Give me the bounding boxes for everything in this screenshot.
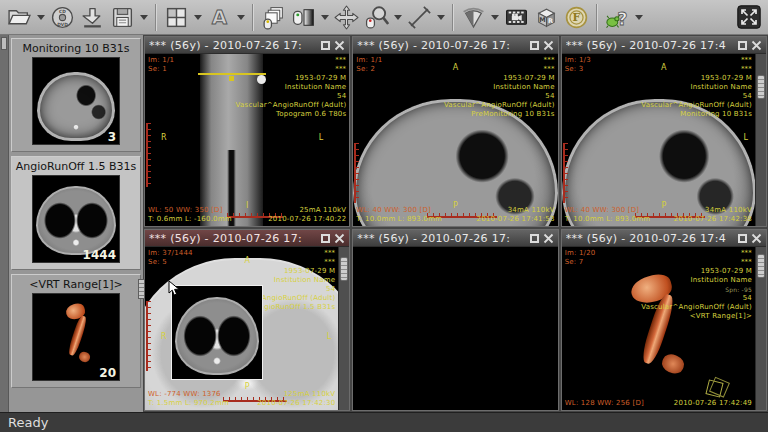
import-icon xyxy=(80,5,105,30)
window-level-button[interactable] xyxy=(289,3,317,32)
save-button[interactable] xyxy=(108,3,136,32)
scrollbar-handle[interactable] xyxy=(757,254,765,278)
distance-measure-icon xyxy=(407,5,432,30)
open-button[interactable] xyxy=(5,3,33,32)
image-number-overlay: Im: 1/1Se: 2 xyxy=(356,56,382,74)
orientation-bottom: P xyxy=(245,382,250,391)
svg-text:DVD: DVD xyxy=(57,22,68,27)
svg-text:?: ? xyxy=(617,8,627,28)
patient-info-overlay: ****** 1953-07-29 MInstitution Name Spn:… xyxy=(641,249,752,321)
series-thumbnail-image[interactable]: 20 xyxy=(32,293,120,381)
exposure-overlay: 34mA 110kV2010-07-26 17:41:53 xyxy=(477,206,555,224)
help-button[interactable]: ? xyxy=(603,3,631,32)
maximize-icon[interactable] xyxy=(738,41,747,50)
series-thumbnail-vrt[interactable]: <VRT Range[1]> 20 xyxy=(11,274,141,388)
close-icon[interactable] xyxy=(334,40,345,51)
import-button[interactable] xyxy=(78,3,106,32)
distance-dropdown[interactable] xyxy=(435,3,446,32)
navigator-collapse-button[interactable] xyxy=(1,37,7,50)
image-scrollbar[interactable] xyxy=(755,54,766,226)
open-dropdown[interactable] xyxy=(35,3,46,32)
fullscreen-button[interactable] xyxy=(735,3,763,32)
close-icon[interactable] xyxy=(334,233,345,244)
series-thumbnail-monitoring[interactable]: Monitoring 10 B31s 3 xyxy=(11,38,141,152)
layout-button[interactable] xyxy=(162,3,190,32)
scrollbar-handle[interactable] xyxy=(757,75,765,99)
window-level-icon xyxy=(291,5,316,30)
series-thumbnail-image[interactable]: 1444 xyxy=(32,175,120,263)
layout-dropdown[interactable] xyxy=(192,3,203,32)
close-icon[interactable] xyxy=(543,233,554,244)
distance-button[interactable] xyxy=(405,3,433,32)
viewport-image-area[interactable]: Im: 1/1Se: 1 ****** 1953-07-29 MInstitut… xyxy=(145,54,349,226)
series-thumbnail-angiorunoff[interactable]: AngioRunOff 1.5 B31s 1444 xyxy=(11,156,141,270)
viewport-titlebar[interactable]: *** (56y) - 2010-07-26 17: xyxy=(353,230,557,247)
open-folder-icon xyxy=(7,5,32,30)
annotation-dropdown[interactable] xyxy=(235,3,246,32)
fusion-button[interactable]: F xyxy=(562,3,590,32)
close-icon[interactable] xyxy=(751,40,762,51)
mouse-cursor xyxy=(167,280,183,296)
series-image-count: 1444 xyxy=(83,248,116,262)
viewport-title: *** (56y) - 2010-07-26 17:4 xyxy=(566,232,734,245)
orientation-cube-icon[interactable] xyxy=(705,379,723,397)
application-window: CD DVD xyxy=(0,0,768,432)
viewport-titlebar[interactable]: *** (56y) - 2010-07-26 17: xyxy=(145,37,349,54)
scrollbar-handle[interactable] xyxy=(340,257,348,281)
image-number-overlay: Im: 1/20Se: 7 xyxy=(565,249,596,267)
viewport-grid: *** (56y) - 2010-07-26 17: Im: 1/1Se: 1 … xyxy=(143,35,768,412)
text-annotation-icon: A xyxy=(207,5,232,30)
close-icon[interactable] xyxy=(543,40,554,51)
series-thumbnail-image[interactable]: 3 xyxy=(32,57,120,145)
cine-button[interactable] xyxy=(502,3,530,32)
viewport-titlebar[interactable]: *** (56y) - 2010-07-26 17:4 xyxy=(562,37,766,54)
3d-dropdown[interactable] xyxy=(489,3,500,32)
mpr-button[interactable]: M R xyxy=(532,3,560,32)
viewport-image-area[interactable] xyxy=(353,247,557,410)
svg-text:M: M xyxy=(539,16,545,24)
window-level-dropdown[interactable] xyxy=(319,3,330,32)
viewport-title: *** (56y) - 2010-07-26 17: xyxy=(357,39,525,52)
image-scrollbar[interactable] xyxy=(338,247,349,410)
cd-dvd-button[interactable]: CD DVD xyxy=(48,3,76,32)
cd-dvd-icon: CD DVD xyxy=(50,5,75,30)
close-icon[interactable] xyxy=(751,233,762,244)
help-dropdown[interactable] xyxy=(633,3,644,32)
svg-text:F: F xyxy=(572,11,580,24)
viewport-image-area[interactable]: Im: 37/1444Se: 5 ****** 1953-07-29 MInst… xyxy=(145,247,349,410)
viewport-image-area[interactable]: Im: 1/20Se: 7 ****** 1953-07-29 MInstitu… xyxy=(562,247,766,410)
annotation-button[interactable]: A xyxy=(205,3,233,32)
viewport-titlebar[interactable]: *** (56y) - 2010-07-26 17:4 xyxy=(562,230,766,247)
maximize-icon[interactable] xyxy=(321,41,330,50)
3d-button[interactable] xyxy=(459,3,487,32)
orientation-bottom: P xyxy=(661,201,666,210)
maximize-icon[interactable] xyxy=(530,234,539,243)
viewport-image-area[interactable]: Im: 1/1Se: 2 ****** 1953-07-29 MInstitut… xyxy=(353,54,557,226)
series-label: AngioRunOff 1.5 B31s xyxy=(14,159,138,174)
image-number-overlay: Im: 1/3Se: 3 xyxy=(565,56,591,74)
orientation-top: A xyxy=(453,63,458,72)
save-dropdown[interactable] xyxy=(138,3,149,32)
viewport-angiorunoff-active: *** (56y) - 2010-07-26 17: Im: 37/1444Se… xyxy=(144,229,350,411)
window-overlay: WL: 128 WW: 256 [D] xyxy=(565,399,644,408)
maximize-icon[interactable] xyxy=(530,41,539,50)
orientation-top: A xyxy=(244,256,249,265)
drag-preview-inset[interactable] xyxy=(171,285,263,380)
maximize-icon[interactable] xyxy=(738,234,747,243)
viewport-titlebar[interactable]: *** (56y) - 2010-07-26 17: xyxy=(353,37,557,54)
toolbar-separator xyxy=(252,4,253,31)
viewport-image-area[interactable]: Im: 1/3Se: 3 ****** 1953-07-29 MInstitut… xyxy=(562,54,766,226)
image-scrollbar[interactable] xyxy=(755,247,766,410)
maximize-icon[interactable] xyxy=(321,234,330,243)
layout-grid-icon xyxy=(164,5,189,30)
navigator-collapse-strip[interactable] xyxy=(0,35,9,412)
sidebar-splitter-handle[interactable] xyxy=(138,279,145,299)
svg-text:A: A xyxy=(211,6,227,29)
zoom-dropdown[interactable] xyxy=(392,3,403,32)
viewport-titlebar-active[interactable]: *** (56y) - 2010-07-26 17: xyxy=(145,230,349,247)
viewport-vrt: *** (56y) - 2010-07-26 17:4 Im: 1/20Se: … xyxy=(561,229,767,411)
scroll-images-button[interactable] xyxy=(259,3,287,32)
pan-button[interactable] xyxy=(332,3,360,32)
status-bar: Ready xyxy=(0,412,768,432)
zoom-button[interactable] xyxy=(362,3,390,32)
